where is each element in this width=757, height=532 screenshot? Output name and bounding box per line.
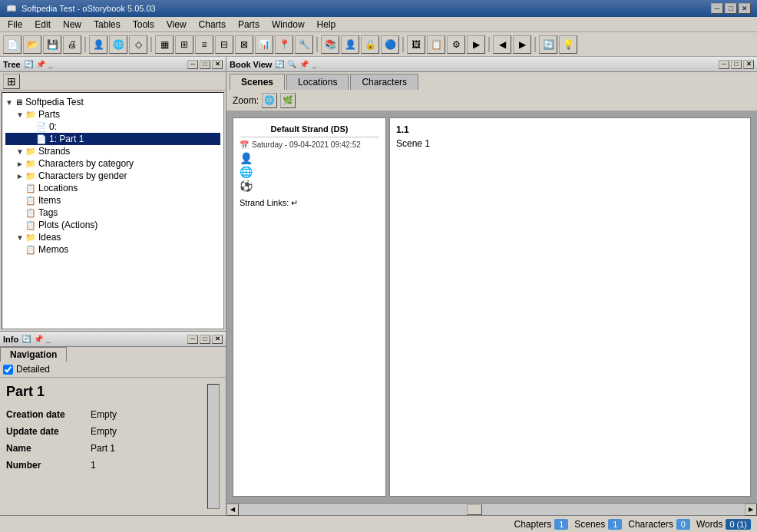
menu-bar: FileEditNewTablesToolsViewChartsPartsWin… — [0, 17, 757, 32]
book-content[interactable]: Default Strand (DS) 📅 Saturday - 09-04-2… — [226, 111, 757, 503]
item-icon: 📋 — [25, 196, 36, 206]
menu-item-file[interactable]: File — [2, 18, 28, 31]
person-button[interactable]: 👤 — [89, 35, 107, 54]
new-button[interactable]: 📄 — [3, 35, 21, 54]
maximize-button[interactable]: □ — [725, 3, 737, 14]
menu-item-parts[interactable]: Parts — [232, 18, 266, 31]
back-button[interactable]: ◀ — [493, 35, 511, 54]
coin-button[interactable]: 🔵 — [381, 35, 399, 54]
open-button[interactable]: 📂 — [23, 35, 41, 54]
strand-globe-icon: 🌐 — [240, 166, 379, 178]
tree-minimize-btn[interactable]: ─ — [187, 60, 198, 69]
tree-close-btn[interactable]: ✕ — [212, 60, 223, 69]
book-button[interactable]: 📚 — [321, 35, 339, 54]
tree-item[interactable]: 📋Locations — [5, 182, 220, 194]
location-button[interactable]: 📍 — [275, 35, 293, 54]
zoom-label: Zoom: — [233, 95, 259, 106]
info-pin-icon[interactable]: 📌 — [34, 335, 43, 343]
root-icon: 🖥 — [15, 97, 23, 107]
bookview-reload-icon[interactable]: 🔄 — [275, 60, 284, 68]
menu-item-window[interactable]: Window — [266, 18, 311, 31]
tree-reload-icon[interactable]: 🔄 — [24, 60, 33, 68]
forward-button[interactable]: ▶ — [513, 35, 531, 54]
refresh-button[interactable]: 🔄 — [539, 35, 557, 54]
tree-item[interactable]: ▼📁Strands — [5, 145, 220, 157]
bookview-minimize-btn[interactable]: ─ — [719, 60, 729, 69]
tree-item[interactable]: 📄0: — [5, 121, 220, 133]
zoom-in-button[interactable]: 🌿 — [280, 93, 296, 108]
app-title: Softpedia Test - oStorybook 5.05.03 — [21, 4, 156, 13]
tab-characters[interactable]: Characters — [350, 74, 418, 90]
tree-item[interactable]: 📄1: Part 1 — [5, 133, 220, 145]
horizontal-scrollbar[interactable]: ◀ ▶ — [226, 503, 757, 515]
tree-item[interactable]: 📋Tags — [5, 207, 220, 219]
run-button[interactable]: ▶ — [467, 35, 485, 54]
grid-button[interactable]: ▦ — [155, 35, 174, 54]
tab-scenes[interactable]: Scenes — [230, 74, 285, 90]
chapters-count: 1 — [554, 519, 568, 530]
tree-item[interactable]: 📋Items — [5, 194, 220, 207]
menu-item-view[interactable]: View — [160, 18, 193, 31]
scroll-thumb[interactable] — [467, 504, 482, 515]
menu-item-tools[interactable]: Tools — [127, 18, 160, 31]
save-button[interactable]: 💾 — [43, 35, 61, 54]
info-reload-icon[interactable]: 🔄 — [21, 335, 31, 343]
bookview-close-btn[interactable]: ✕ — [743, 60, 754, 69]
menu-item-edit[interactable]: Edit — [28, 18, 57, 31]
tree-item[interactable]: ►📁Characters by category — [5, 157, 220, 170]
bookview-dash-icon[interactable]: _ — [312, 60, 316, 68]
tree-item[interactable]: 📋Plots (Actions) — [5, 219, 220, 231]
menu-item-charts[interactable]: Charts — [193, 18, 232, 31]
zoom-out-button[interactable]: 🌐 — [262, 93, 277, 108]
print-button[interactable]: 🖨 — [63, 35, 81, 54]
tree-item-label: Locations — [38, 183, 78, 193]
toolbar: 📄 📂 💾 🖨 👤 🌐 ◇ ▦ ⊞ ≡ ⊟ ⊠ 📊 📍 🔧 📚 👤 🔒 🔵 🖼 … — [0, 32, 757, 57]
scroll-left-btn[interactable]: ◀ — [226, 504, 239, 516]
menu-item-tables[interactable]: Tables — [88, 18, 127, 31]
scroll-right-btn[interactable]: ▶ — [745, 504, 757, 516]
table-button[interactable]: ⊞ — [175, 35, 193, 54]
doc-button[interactable]: 📋 — [427, 35, 445, 54]
lock-button[interactable]: 🔒 — [361, 35, 379, 54]
tree-item[interactable]: ▼📁Parts — [5, 108, 220, 121]
tree-dash-icon[interactable]: _ — [48, 60, 53, 68]
bulb-button[interactable]: 💡 — [559, 35, 577, 54]
tree-titlebar: Tree 🔄 📌 _ ─ □ ✕ — [0, 57, 226, 72]
minimize-button[interactable]: ─ — [711, 3, 723, 14]
menu-item-help[interactable]: Help — [311, 18, 342, 31]
settings-button[interactable]: ⚙ — [447, 35, 465, 54]
tool-button[interactable]: 🔧 — [295, 35, 313, 54]
tree-item[interactable]: 📋Memos — [5, 243, 220, 256]
info-dash-icon[interactable]: _ — [46, 335, 51, 343]
img-button[interactable]: 🖼 — [407, 35, 425, 54]
bookview-search-icon[interactable]: 🔍 — [287, 60, 296, 68]
tree-item[interactable]: ►📁Characters by gender — [5, 170, 220, 182]
detailed-checkbox[interactable] — [3, 365, 13, 375]
info-restore-btn[interactable]: □ — [200, 335, 210, 344]
info-close-btn[interactable]: ✕ — [212, 335, 223, 344]
tab-navigation[interactable]: Navigation — [0, 347, 67, 362]
tree-expand-btn[interactable]: ⊞ — [3, 74, 20, 89]
list2-button[interactable]: ⊟ — [215, 35, 233, 54]
scroll-track[interactable] — [239, 504, 745, 515]
list-button[interactable]: ≡ — [195, 35, 213, 54]
chart-button[interactable]: 📊 — [255, 35, 273, 54]
characters-status: Characters 0 — [628, 519, 690, 530]
close-button[interactable]: ✕ — [739, 3, 751, 14]
person2-button[interactable]: 👤 — [341, 35, 359, 54]
tree-item[interactable]: ▼📁Ideas — [5, 231, 220, 243]
tree-pin-icon[interactable]: 📌 — [36, 60, 45, 68]
tree-item[interactable]: ▼🖥Softpedia Test — [5, 96, 220, 108]
matrix-button[interactable]: ⊠ — [235, 35, 253, 54]
tree-restore-btn[interactable]: □ — [200, 60, 210, 69]
diamond-button[interactable]: ◇ — [129, 35, 147, 54]
tree-panel[interactable]: ▼🖥Softpedia Test▼📁Parts📄0:📄1: Part 1▼📁St… — [2, 92, 224, 329]
folder-icon: 📁 — [25, 110, 36, 120]
bookview-pin-icon[interactable]: 📌 — [299, 60, 309, 68]
info-minimize-btn[interactable]: ─ — [187, 335, 198, 344]
info-scrollbar[interactable] — [207, 384, 220, 509]
tab-locations[interactable]: Locations — [286, 74, 349, 90]
menu-item-new[interactable]: New — [57, 18, 88, 31]
globe-button[interactable]: 🌐 — [109, 35, 127, 54]
bookview-restore-btn[interactable]: □ — [731, 60, 742, 69]
